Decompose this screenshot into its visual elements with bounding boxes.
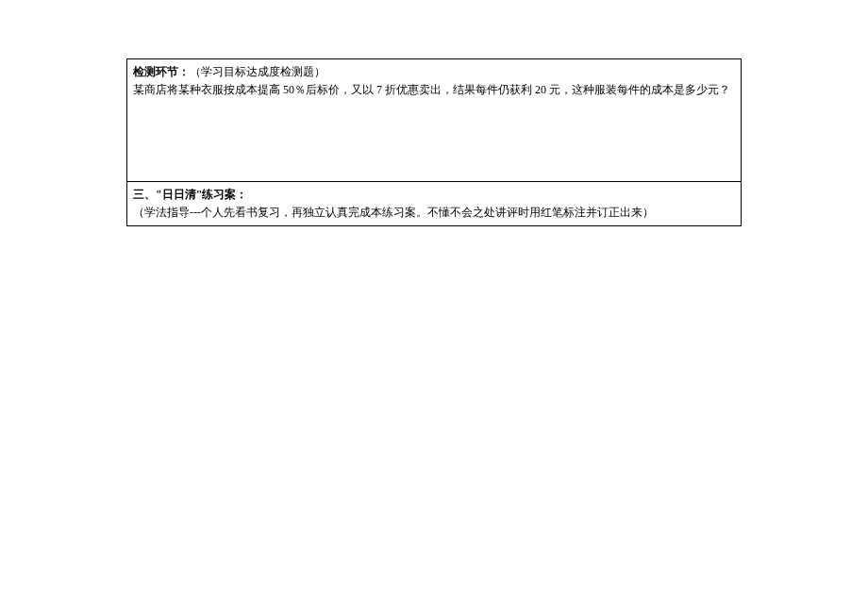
document-table: 检测环节：（学习目标达成度检测题） 某商店将某种衣服按成本提高 50％后标价，又… (126, 58, 742, 226)
detection-problem: 某商店将某种衣服按成本提高 50％后标价，又以 7 折优惠卖出，结果每件仍获利 … (133, 83, 730, 96)
section-detection: 检测环节：（学习目标达成度检测题） 某商店将某种衣服按成本提高 50％后标价，又… (127, 59, 742, 182)
section-practice: 三、"日日清"练习案： （学法指导---个人先看书复习，再独立认真完成本练习案。… (127, 182, 742, 226)
practice-instruction: （学法指导---个人先看书复习，再独立认真完成本练习案。不懂不会之处讲评时用红笔… (133, 206, 654, 219)
practice-title: 三、"日日清"练习案： (133, 188, 247, 201)
detection-subtitle: （学习目标达成度检测题） (190, 65, 326, 78)
detection-title: 检测环节： (133, 65, 190, 78)
